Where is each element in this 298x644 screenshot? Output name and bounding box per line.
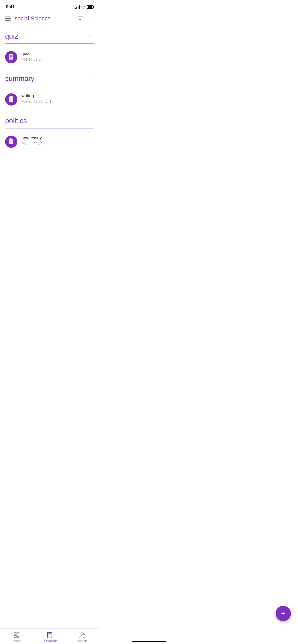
content-area: quiz ··· quiz Posted 09:55 (0, 26, 99, 178)
category-header-quiz: quiz ··· (5, 32, 94, 40)
comment-count-writing: 1 (50, 99, 52, 104)
svg-rect-9 (9, 96, 13, 102)
svg-rect-4 (10, 55, 12, 56)
post-time-writing: Posted 09:50 (21, 99, 43, 104)
svg-rect-11 (10, 99, 12, 99)
category-section-summary: summary ··· writing Posted 09:50 (0, 68, 99, 111)
svg-rect-19 (10, 141, 12, 141)
category-divider-summary (5, 86, 94, 86)
header-left: social Science (5, 15, 51, 22)
post-avatar-writing (5, 93, 17, 106)
header: social Science ··· (0, 12, 99, 26)
svg-rect-22 (11, 138, 12, 139)
category-more-politics[interactable]: ··· (88, 118, 94, 124)
battery-icon (87, 5, 93, 9)
status-bar: 9:41 (0, 0, 99, 12)
signal-icon (75, 5, 80, 9)
post-time-essay: Posted 09:49 (21, 142, 43, 146)
category-title-quiz: quiz (5, 32, 18, 40)
comment-indicator-writing: 1 (45, 99, 52, 104)
svg-rect-10 (10, 98, 12, 98)
category-more-quiz[interactable]: ··· (88, 33, 94, 40)
post-time-quiz: Posted 09:55 (21, 57, 43, 61)
svg-rect-8 (11, 54, 12, 54)
svg-rect-15 (45, 100, 48, 102)
post-item-essay[interactable]: new essay Posted 09:49 (5, 134, 94, 153)
post-title-essay: new essay (21, 136, 94, 141)
svg-rect-18 (10, 140, 12, 140)
status-icons (75, 5, 93, 9)
post-info-essay: new essay Posted 09:49 (21, 136, 94, 146)
category-header-summary: summary ··· (5, 75, 94, 83)
page-title: social Science (15, 15, 51, 22)
svg-rect-6 (10, 57, 11, 58)
post-avatar-essay (5, 136, 17, 148)
header-more-icon[interactable]: ··· (88, 15, 94, 22)
category-section-politics: politics ··· new essay Posted 09:49 (0, 111, 99, 153)
post-meta-writing: Posted 09:50 1 (21, 99, 94, 104)
svg-rect-5 (10, 56, 12, 57)
category-title-politics: politics (5, 117, 27, 125)
post-title-quiz: quiz (21, 51, 94, 56)
post-meta-essay: Posted 09:49 (21, 142, 94, 146)
svg-rect-20 (10, 142, 11, 142)
hamburger-icon[interactable] (5, 17, 11, 21)
category-title-summary: summary (5, 75, 34, 83)
post-meta-quiz: Posted 09:55 (21, 57, 94, 61)
category-header-politics: politics ··· (5, 117, 94, 125)
post-item-writing[interactable]: writing Posted 09:50 1 (5, 91, 94, 111)
category-divider-politics (5, 128, 94, 128)
wifi-icon (81, 5, 85, 9)
post-item-quiz[interactable]: quiz Posted 09:55 (5, 49, 94, 68)
post-title-writing: writing (21, 93, 94, 98)
status-time: 9:41 (6, 4, 15, 9)
category-more-summary[interactable]: ··· (88, 75, 94, 82)
category-section-quiz: quiz ··· quiz Posted 09:55 (0, 26, 99, 68)
filter-icon[interactable] (77, 16, 83, 22)
svg-rect-14 (11, 96, 12, 96)
post-info-quiz: quiz Posted 09:55 (21, 51, 94, 61)
post-avatar-quiz (5, 51, 17, 63)
svg-rect-12 (10, 100, 11, 100)
post-info-writing: writing Posted 09:50 1 (21, 93, 94, 104)
header-right: ··· (77, 15, 94, 22)
category-divider-quiz (5, 43, 94, 44)
